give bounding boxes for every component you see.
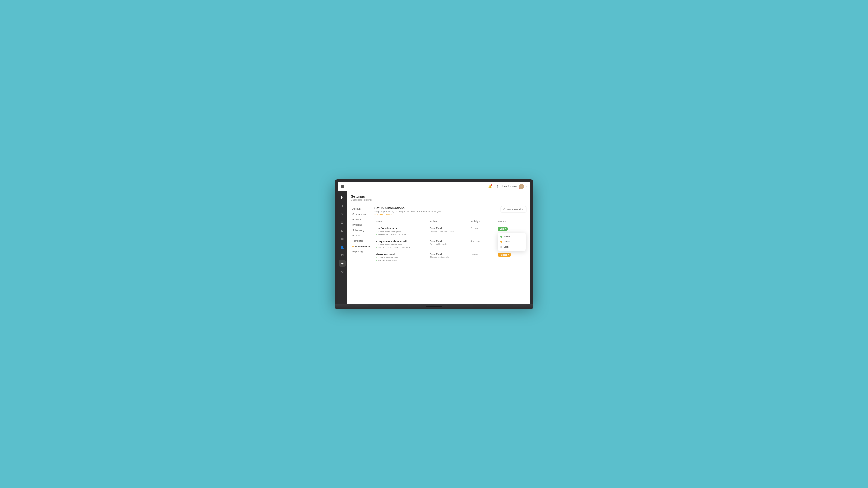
new-automation-button[interactable]: ⟳ New Automation	[500, 206, 526, 213]
row3-action-detail: Thanks you template	[430, 256, 470, 258]
dropdown-item-active[interactable]: Active ✓	[498, 234, 526, 239]
sidebar-item-video[interactable]: ▶	[339, 227, 346, 234]
nav-item-account[interactable]: Account	[351, 206, 371, 212]
panel-link[interactable]: See how it works	[374, 214, 441, 216]
sidebar: p ℹ ✎ ☰ ▶ ⊞ 👤 ⊟ ⊕ ⊙	[338, 191, 347, 304]
sort-icon-status: ▾	[505, 220, 506, 222]
panel-title: Setup Automations	[374, 206, 441, 210]
sidebar-item-sliders[interactable]: ⊕	[339, 260, 346, 267]
app-window: 🔔 ? Hey, Andrew A ▾ p	[338, 182, 530, 304]
sidebar-item-location[interactable]: ⊙	[339, 268, 346, 275]
laptop-base	[335, 304, 533, 309]
settings-nav: Account Subscription Branding Invoicing	[351, 206, 371, 264]
nav-item-invoicing[interactable]: Invoicing	[351, 222, 371, 227]
row3-name: Thank You Email	[376, 253, 430, 256]
row3-action-cell: Send Email Thanks you template	[430, 253, 470, 258]
dot-paused	[500, 241, 502, 243]
row1-status-badge[interactable]: Live ▾	[498, 227, 508, 231]
row2-cond2: ✓ Specialty is "headshot photography"	[376, 246, 430, 248]
nav-item-exporting[interactable]: Exporting	[351, 249, 371, 254]
check-icon: ✓	[376, 233, 377, 235]
automation-icon: ⟳	[503, 208, 505, 210]
sort-icon-name: ▾	[382, 220, 383, 222]
content-area: Account Subscription Branding Invoicing	[347, 203, 530, 267]
avatar[interactable]: A	[519, 184, 524, 190]
sidebar-item-info[interactable]: ℹ	[339, 203, 346, 209]
row3-cond2: ✓ Contact tag is "family"	[376, 259, 430, 261]
topbar: 🔔 ? Hey, Andrew A ▾	[338, 182, 530, 191]
sidebar-item-list[interactable]: ☰	[339, 219, 346, 226]
row2-action-detail: Pre email template	[430, 243, 470, 245]
help-icon[interactable]: ?	[495, 184, 500, 190]
status-dropdown-menu: Active ✓ Paused	[498, 232, 526, 251]
app-logo: p	[339, 194, 345, 199]
nav-item-emails[interactable]: Emails	[351, 233, 371, 238]
page-title: Settings	[351, 194, 526, 198]
sort-icon-activity: ▾	[479, 220, 480, 222]
row2-name: 2 Days Before Shoot Email	[376, 240, 430, 243]
row1-action-type: Send Email	[430, 227, 470, 229]
check-icon: ✓	[376, 231, 377, 233]
topbar-right: 🔔 ? Hey, Andrew A ▾	[487, 184, 527, 190]
row1-cond1: ✓ 2 days after booking date	[376, 230, 430, 233]
row2-activity: 4hrs ago	[471, 240, 498, 242]
hamburger-menu[interactable]	[341, 186, 344, 188]
nav-item-scheduling[interactable]: Scheduling	[351, 227, 371, 233]
sidebar-item-grid[interactable]: ⊞	[339, 236, 346, 242]
row1-action-detail: Booking confirmation email	[430, 230, 470, 232]
notification-badge	[491, 184, 492, 186]
user-dropdown-arrow[interactable]: ▾	[526, 186, 527, 188]
check-icon: ✓	[376, 246, 377, 248]
automations-table: Name ▾ Action ▾ Activity	[374, 219, 526, 264]
row1-cond2: ✓ Lead created before Jan 31, 2018	[376, 233, 430, 235]
notifications-icon[interactable]: 🔔	[487, 184, 493, 190]
row3-activity: 1wk ago	[471, 253, 498, 256]
nav-item-subscription[interactable]: Subscription	[351, 212, 371, 217]
main-content: Settings Dashboard › Settings Account Su…	[347, 191, 530, 304]
header-status[interactable]: Status ▾	[498, 220, 525, 223]
row3-status-badge[interactable]: Paused ▾	[498, 253, 511, 257]
check-icon: ✓	[376, 257, 377, 259]
dropdown-item-draft[interactable]: Draft	[498, 244, 526, 249]
sort-icon-action: ▾	[437, 220, 438, 222]
settings-panel: Setup Automations Simplify your life by …	[374, 206, 526, 264]
row3-cond1: ✓ 1 day after shoot date	[376, 257, 430, 259]
row3-more-button[interactable]: •••	[513, 253, 517, 257]
app-layout: p ℹ ✎ ☰ ▶ ⊞ 👤 ⊟ ⊕ ⊙ Settings	[338, 191, 530, 304]
row2-action-cell: Send Email Pre email template	[430, 240, 470, 245]
row1-activity: 2d ago	[471, 227, 498, 229]
row3-status-cell: Paused ▾ •••	[498, 253, 525, 257]
header-name[interactable]: Name ▾	[376, 220, 430, 223]
status-dropdown-arrow: ▾	[505, 228, 506, 230]
row1-name: Confirmation Email	[376, 227, 430, 230]
table-header: Name ▾ Action ▾ Activity	[374, 219, 526, 224]
breadcrumb: Dashboard › Settings	[351, 199, 526, 201]
nav-item-branding[interactable]: Branding	[351, 217, 371, 222]
topbar-left	[341, 186, 344, 188]
laptop-notch	[426, 306, 442, 307]
panel-header-text: Setup Automations Simplify your life by …	[374, 206, 441, 216]
laptop-container: 🔔 ? Hey, Andrew A ▾ p	[335, 179, 533, 309]
sidebar-item-user[interactable]: 👤	[339, 244, 346, 250]
row1-name-cell: Confirmation Email ✓ 2 days after bookin…	[376, 227, 430, 236]
dropdown-item-paused[interactable]: Paused	[498, 239, 526, 244]
active-nav-indicator	[352, 246, 354, 247]
row1-status-cell: Live ▾ •••	[498, 227, 525, 231]
sidebar-item-table[interactable]: ⊟	[339, 252, 346, 259]
panel-header: Setup Automations Simplify your life by …	[374, 206, 526, 216]
laptop-screen: 🔔 ? Hey, Andrew A ▾ p	[335, 179, 533, 304]
header-action[interactable]: Action ▾	[430, 220, 470, 223]
header-activity[interactable]: Activity ▾	[471, 220, 498, 223]
row1-more-button[interactable]: •••	[509, 227, 513, 231]
row2-action-type: Send Email	[430, 240, 470, 242]
user-greeting: Hey, Andrew	[502, 185, 517, 188]
row2-name-cell: 2 Days Before Shoot Email ✓ 2 days befor…	[376, 240, 430, 249]
dot-active	[500, 236, 502, 238]
row1-action-cell: Send Email Booking confirmation email	[430, 227, 470, 232]
row3-name-cell: Thank You Email ✓ 1 day after shoot date…	[376, 253, 430, 262]
panel-subtitle: Simplify your life by creating automatio…	[374, 210, 441, 213]
table-row: Thank You Email ✓ 1 day after shoot date…	[374, 251, 526, 264]
nav-item-automations[interactable]: Automations	[351, 243, 371, 249]
nav-item-templates[interactable]: Templates	[351, 238, 371, 243]
sidebar-item-edit[interactable]: ✎	[339, 211, 346, 218]
